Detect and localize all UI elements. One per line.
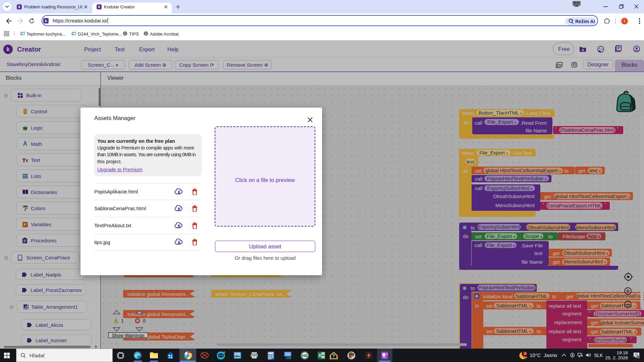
svg-text:6: 6 <box>637 356 639 358</box>
svg-text:HS: HS <box>302 354 307 358</box>
svg-text:2: 2 <box>524 352 526 355</box>
